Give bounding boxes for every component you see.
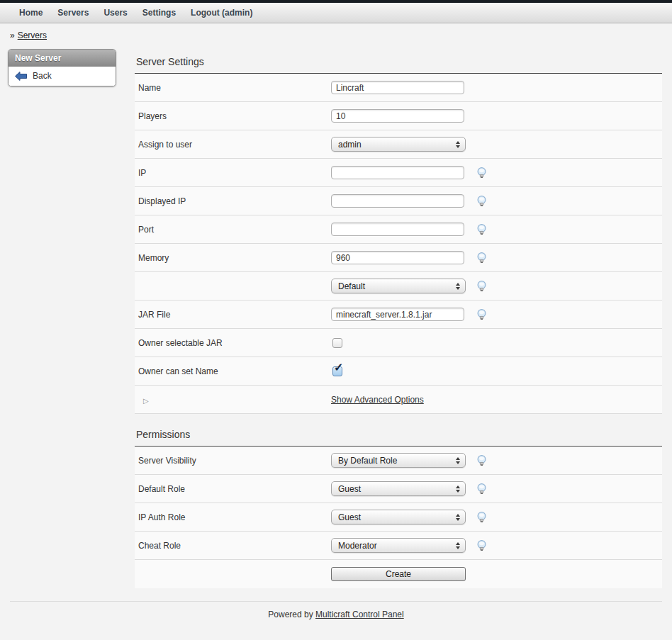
- memory-profile-selected-value: Default: [338, 281, 365, 291]
- owner-selectable-jar-checkbox[interactable]: [332, 338, 342, 348]
- select-arrows-icon: [456, 485, 460, 493]
- form-row-ip-auth-role: IP Auth Role Guest: [135, 503, 662, 532]
- select-arrows-icon: [456, 457, 460, 464]
- nav-item-users[interactable]: Users: [103, 8, 127, 18]
- server-visibility-label: Server Visibility: [135, 456, 331, 466]
- server-visibility-selected-value: By Default Role: [338, 456, 397, 466]
- jar-file-input[interactable]: [331, 308, 464, 321]
- select-arrows-icon: [456, 514, 460, 521]
- select-arrows-icon: [456, 283, 460, 290]
- players-input[interactable]: [331, 109, 464, 123]
- players-label: Players: [135, 111, 331, 121]
- default-role-label: Default Role: [135, 484, 331, 494]
- cheat-role-select[interactable]: Moderator: [331, 538, 466, 553]
- cheat-role-selected-value: Moderator: [338, 541, 377, 551]
- owner-can-set-name-checkbox[interactable]: ✓: [332, 366, 342, 376]
- form-row-displayed-ip: Displayed IP: [135, 187, 662, 215]
- name-input[interactable]: [331, 81, 464, 94]
- sidebar-title: New Server: [9, 50, 116, 67]
- cheat-role-label: Cheat Role: [135, 541, 331, 551]
- ip-auth-role-select[interactable]: Guest: [331, 510, 466, 524]
- cheat-role-help-bulb-icon[interactable]: [476, 539, 488, 551]
- form-row-owner-selectable-jar: Owner selectable JAR: [135, 329, 662, 357]
- section-heading-server-settings: Server Settings: [135, 45, 662, 74]
- port-label: Port: [135, 225, 331, 235]
- nav-item-servers[interactable]: Servers: [57, 8, 89, 18]
- form-row-port: Port: [135, 215, 662, 244]
- footer-powered-by-text: Powered by: [268, 610, 315, 619]
- server-visibility-select[interactable]: By Default Role: [331, 453, 466, 468]
- advanced-toggle-triangle-icon[interactable]: ▷: [143, 397, 149, 405]
- form-row-create: Create: [135, 560, 662, 588]
- breadcrumb-link-servers[interactable]: Servers: [18, 30, 47, 40]
- ip-auth-role-label: IP Auth Role: [135, 512, 331, 522]
- create-button[interactable]: Create: [331, 567, 466, 581]
- sidebar-item-back[interactable]: Back: [9, 67, 116, 86]
- port-help-bulb-icon[interactable]: [476, 223, 488, 235]
- displayed-ip-label: Displayed IP: [135, 196, 331, 206]
- assign-to-user-label: Assign to user: [135, 140, 331, 150]
- default-role-select[interactable]: Guest: [331, 481, 466, 496]
- show-advanced-options-link[interactable]: Show Advanced Options: [331, 395, 424, 405]
- select-arrows-icon: [456, 141, 460, 148]
- section-heading-permissions: Permissions: [135, 414, 662, 447]
- form-row-players: Players: [135, 102, 662, 130]
- server-visibility-help-bulb-icon[interactable]: [476, 454, 488, 466]
- form-row-advanced-options: ▷ Show Advanced Options: [135, 386, 662, 414]
- select-arrows-icon: [456, 542, 460, 549]
- sidebar-menu: New Server Back: [8, 49, 116, 86]
- sidebar-item-back-label: Back: [33, 71, 52, 81]
- form-row-server-visibility: Server Visibility By Default Role: [135, 447, 662, 475]
- memory-profile-help-bulb-icon[interactable]: [476, 280, 488, 292]
- ip-auth-role-selected-value: Guest: [338, 512, 361, 522]
- footer: Powered by Multicraft Control Panel: [10, 601, 662, 619]
- ip-label: IP: [135, 168, 331, 178]
- nav-item-home[interactable]: Home: [19, 8, 43, 18]
- form-row-cheat-role: Cheat Role Moderator: [135, 532, 662, 560]
- assign-to-user-select[interactable]: admin: [331, 137, 466, 152]
- port-input[interactable]: [331, 223, 464, 236]
- form-row-ip: IP: [135, 159, 662, 187]
- breadcrumb-symbol: »: [10, 30, 15, 40]
- main-nav: Home Servers Users Settings Logout (admi…: [0, 3, 672, 23]
- nav-item-logout[interactable]: Logout (admin): [191, 8, 252, 18]
- breadcrumb: »Servers: [0, 23, 672, 45]
- check-icon: ✓: [334, 362, 343, 374]
- form-row-owner-can-set-name: Owner can set Name ✓: [135, 357, 662, 386]
- memory-label: Memory: [135, 253, 331, 263]
- default-role-selected-value: Guest: [338, 484, 361, 494]
- ip-help-bulb-icon[interactable]: [476, 167, 488, 179]
- form-row-memory: Memory: [135, 244, 662, 272]
- form-row-jar-file: JAR File: [135, 301, 662, 329]
- ip-auth-role-help-bulb-icon[interactable]: [476, 511, 488, 523]
- form-row-default-role: Default Role Guest: [135, 475, 662, 503]
- back-arrow-icon: [15, 72, 27, 81]
- displayed-ip-help-bulb-icon[interactable]: [476, 195, 488, 207]
- memory-help-bulb-icon[interactable]: [476, 252, 488, 264]
- jar-file-help-bulb-icon[interactable]: [476, 308, 488, 320]
- footer-multicraft-link[interactable]: Multicraft Control Panel: [315, 610, 404, 619]
- jar-file-label: JAR File: [135, 310, 331, 320]
- name-label: Name: [135, 83, 331, 93]
- memory-profile-select[interactable]: Default: [331, 279, 466, 293]
- owner-can-set-name-label: Owner can set Name: [135, 366, 331, 376]
- form-row-assign-to-user: Assign to user admin: [135, 130, 662, 159]
- memory-input[interactable]: [331, 251, 464, 264]
- nav-item-settings[interactable]: Settings: [142, 8, 176, 18]
- form-row-name: Name: [135, 74, 662, 102]
- ip-input[interactable]: [331, 166, 464, 179]
- default-role-help-bulb-icon[interactable]: [476, 483, 488, 495]
- form-row-memory-profile: Default: [135, 272, 662, 301]
- owner-selectable-jar-label: Owner selectable JAR: [135, 338, 331, 348]
- assign-to-user-selected-value: admin: [338, 140, 362, 150]
- displayed-ip-input[interactable]: [331, 194, 464, 208]
